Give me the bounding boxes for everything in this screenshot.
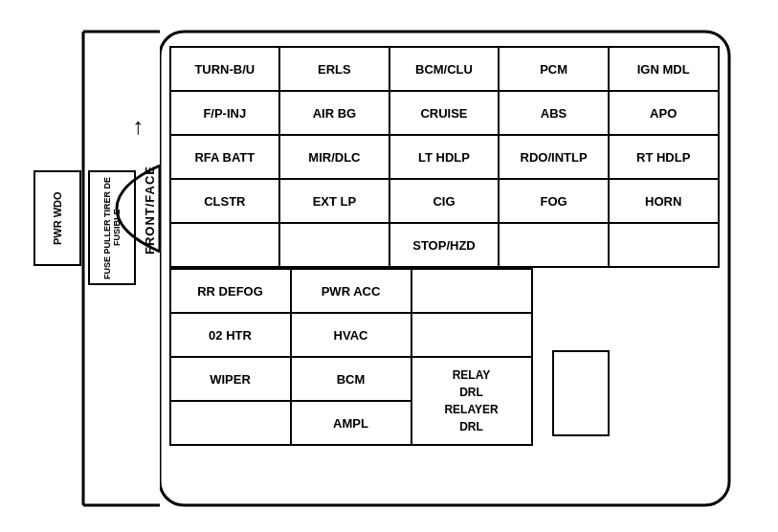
fuse-cell: LT HDLP xyxy=(389,135,500,179)
relay-drl-cell: RELAYDRLRELAYERDRL xyxy=(411,357,532,445)
fuse-cell: RFA BATT xyxy=(170,135,280,179)
fuse-table-wrapper: TURN-B/U ERLS BCM/CLU PCM IGN MDL F/P-IN… xyxy=(169,46,720,446)
table-row: 02 HTR HVAC xyxy=(170,313,532,357)
fuse-cell: WIPER xyxy=(170,357,291,401)
fuse-cell: EXT LP xyxy=(279,179,389,223)
fuse-cell: APO xyxy=(609,91,719,135)
table-row: STOP/HZD xyxy=(170,223,719,267)
fuse-cell: STOP/HZD xyxy=(389,223,500,267)
fuse-cell-empty xyxy=(411,313,532,357)
fuse-cell: PWR ACC xyxy=(291,269,411,313)
fuse-table: TURN-B/U ERLS BCM/CLU PCM IGN MDL F/P-IN… xyxy=(169,46,720,268)
fuse-cell: ABS xyxy=(499,91,609,135)
fuse-cell: TURN-B/U xyxy=(170,47,280,91)
table-row: WIPER BCM RELAYDRLRELAYERDRL xyxy=(170,357,532,401)
fuse-cell: ERLS xyxy=(279,47,389,91)
fuse-cell: FOG xyxy=(499,179,609,223)
fuse-cell-empty xyxy=(170,401,291,445)
table-row: RR DEFOG PWR ACC xyxy=(170,269,532,313)
fuse-cell: BCM/CLU xyxy=(389,47,500,91)
bottom-left-table: RR DEFOG PWR ACC 02 HTR HVAC WIPER BCM R… xyxy=(169,268,533,446)
fuse-cell-empty xyxy=(170,223,280,267)
fuse-cell: AIR BG xyxy=(279,91,389,135)
fuse-cell: F/P-INJ xyxy=(170,91,280,135)
table-row: CLSTR EXT LP CIG FOG HORN xyxy=(170,179,719,223)
small-box-area xyxy=(533,268,610,446)
fuse-cell: HORN xyxy=(609,179,719,223)
fuse-cell: RDO/INTLP xyxy=(499,135,609,179)
fuse-cell: CLSTR xyxy=(170,179,280,223)
fuse-cell-empty xyxy=(411,269,532,313)
fuse-cell: CIG xyxy=(389,179,500,223)
fuse-cell: IGN MDL xyxy=(609,47,719,91)
bottom-section: RR DEFOG PWR ACC 02 HTR HVAC WIPER BCM R… xyxy=(169,268,720,446)
fuse-cell: HVAC xyxy=(291,313,411,357)
small-fuse-box xyxy=(552,350,610,436)
fuse-cell: AMPL xyxy=(291,401,411,445)
table-row: F/P-INJ AIR BG CRUISE ABS APO xyxy=(170,91,719,135)
fuse-cell-empty xyxy=(499,223,609,267)
fuse-puller-label: FUSE PULLER TIRER DE FUSIBLE xyxy=(88,170,136,285)
fuse-cell: BCM xyxy=(291,357,411,401)
pwr-wdo-label: PWR WDO xyxy=(33,170,81,266)
fuse-cell: PCM xyxy=(499,47,609,91)
fuse-cell: 02 HTR xyxy=(170,313,291,357)
front-face-label: FRONT/FACE xyxy=(143,166,157,255)
arrow-up-icon: ↑ xyxy=(133,113,144,140)
fuse-cell-empty xyxy=(279,223,389,267)
table-row: TURN-B/U ERLS BCM/CLU PCM IGN MDL xyxy=(170,47,719,91)
fuse-cell: MIR/DLC xyxy=(279,135,389,179)
fuse-diagram: PWR WDO FUSE PULLER TIRER DE FUSIBLE ↑ F… xyxy=(26,17,753,515)
fuse-cell: RT HDLP xyxy=(609,135,719,179)
fuse-cell: CRUISE xyxy=(389,91,500,135)
fuse-cell-empty xyxy=(609,223,719,267)
fuse-cell: RR DEFOG xyxy=(170,269,291,313)
table-row: RFA BATT MIR/DLC LT HDLP RDO/INTLP RT HD… xyxy=(170,135,719,179)
